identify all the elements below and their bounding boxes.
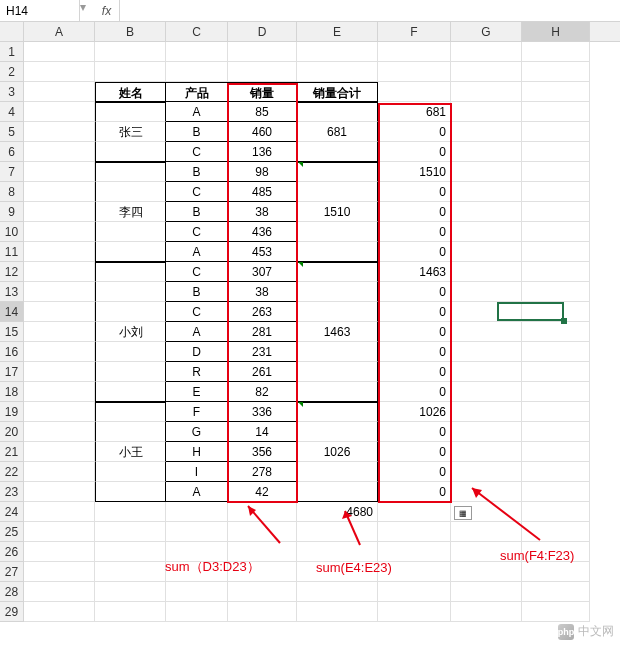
cell[interactable]	[451, 602, 522, 622]
cell-volume[interactable]: 98	[228, 162, 297, 182]
cell-volume[interactable]: 38	[228, 202, 297, 222]
cell-subtotal[interactable]	[297, 102, 378, 122]
cell[interactable]	[24, 462, 95, 482]
cell-header-product[interactable]: 产品	[166, 82, 228, 102]
cell[interactable]	[451, 322, 522, 342]
cell[interactable]	[24, 522, 95, 542]
cell-F[interactable]: 0	[378, 222, 451, 242]
cell[interactable]	[451, 202, 522, 222]
cell[interactable]	[95, 542, 166, 562]
cell-volume[interactable]: 261	[228, 362, 297, 382]
cell-F[interactable]: 0	[378, 442, 451, 462]
cell[interactable]	[95, 582, 166, 602]
cell[interactable]	[228, 582, 297, 602]
cell[interactable]	[451, 122, 522, 142]
cell[interactable]	[522, 102, 590, 122]
row-header[interactable]: 20	[0, 422, 24, 442]
cell[interactable]	[522, 522, 590, 542]
cell[interactable]	[228, 502, 297, 522]
cell-volume[interactable]: 136	[228, 142, 297, 162]
cell-product[interactable]: C	[166, 302, 228, 322]
cell[interactable]	[522, 502, 590, 522]
cell-name[interactable]: 张三	[95, 122, 166, 142]
row-header[interactable]: 28	[0, 582, 24, 602]
cell[interactable]	[522, 62, 590, 82]
row-header[interactable]: 19	[0, 402, 24, 422]
row-header[interactable]: 29	[0, 602, 24, 622]
cell-F[interactable]: 0	[378, 362, 451, 382]
cell-name[interactable]	[95, 362, 166, 382]
row-header[interactable]: 22	[0, 462, 24, 482]
cell[interactable]	[228, 62, 297, 82]
cell[interactable]	[451, 362, 522, 382]
row-header[interactable]: 23	[0, 482, 24, 502]
cell[interactable]	[228, 42, 297, 62]
cell-subtotal[interactable]	[297, 382, 378, 402]
cell[interactable]	[24, 142, 95, 162]
cell-subtotal[interactable]: 1463	[297, 322, 378, 342]
cell[interactable]	[451, 422, 522, 442]
cell-volume[interactable]: 14	[228, 422, 297, 442]
row-header[interactable]: 6	[0, 142, 24, 162]
row-header[interactable]: 25	[0, 522, 24, 542]
cell[interactable]	[297, 602, 378, 622]
fill-handle[interactable]	[561, 318, 567, 324]
col-header-B[interactable]: B	[95, 22, 166, 41]
row-header[interactable]: 9	[0, 202, 24, 222]
cell[interactable]	[24, 422, 95, 442]
select-all-cell[interactable]	[0, 22, 24, 41]
cell-product[interactable]: B	[166, 122, 228, 142]
cell-name[interactable]	[95, 102, 166, 122]
cell[interactable]	[522, 202, 590, 222]
cell-name[interactable]	[95, 262, 166, 282]
cell[interactable]	[522, 562, 590, 582]
cell[interactable]	[522, 42, 590, 62]
cell-volume[interactable]: 485	[228, 182, 297, 202]
cell-volume[interactable]: 336	[228, 402, 297, 422]
cell[interactable]	[95, 562, 166, 582]
cell-F[interactable]: 681	[378, 102, 451, 122]
cell[interactable]	[522, 362, 590, 382]
cell-volume[interactable]: 82	[228, 382, 297, 402]
row-header[interactable]: 1	[0, 42, 24, 62]
cell[interactable]	[522, 462, 590, 482]
cell[interactable]	[378, 62, 451, 82]
cell[interactable]	[24, 442, 95, 462]
row-header[interactable]: 10	[0, 222, 24, 242]
cell-name[interactable]	[95, 222, 166, 242]
cell-subtotal[interactable]	[297, 222, 378, 242]
cell[interactable]	[24, 562, 95, 582]
cell-subtotal[interactable]	[297, 402, 378, 422]
row-header[interactable]: 4	[0, 102, 24, 122]
cell[interactable]	[95, 62, 166, 82]
row-header[interactable]: 27	[0, 562, 24, 582]
cell-product[interactable]: C	[166, 262, 228, 282]
cell-product[interactable]: C	[166, 142, 228, 162]
cell[interactable]	[24, 542, 95, 562]
col-header-G[interactable]: G	[451, 22, 522, 41]
cell-F[interactable]: 1463	[378, 262, 451, 282]
cell[interactable]	[522, 422, 590, 442]
cell-subtotal[interactable]	[297, 162, 378, 182]
cell[interactable]	[24, 482, 95, 502]
cell-header-total[interactable]: 销量合计	[297, 82, 378, 102]
cell-name[interactable]	[95, 162, 166, 182]
cell-subtotal[interactable]	[297, 482, 378, 502]
cell[interactable]	[522, 302, 590, 322]
autofill-options-icon[interactable]: ▦	[454, 506, 472, 520]
cell-F[interactable]: 0	[378, 242, 451, 262]
cell-subtotal[interactable]	[297, 142, 378, 162]
cell[interactable]	[451, 442, 522, 462]
cell[interactable]	[24, 402, 95, 422]
cell-volume[interactable]: 307	[228, 262, 297, 282]
cell[interactable]	[24, 122, 95, 142]
cell-header-name[interactable]: 姓名	[95, 82, 166, 102]
cell[interactable]	[166, 62, 228, 82]
cell-volume[interactable]: 263	[228, 302, 297, 322]
cell[interactable]	[522, 82, 590, 102]
cell[interactable]	[95, 42, 166, 62]
cell[interactable]	[297, 62, 378, 82]
cell[interactable]	[228, 522, 297, 542]
cell[interactable]	[522, 382, 590, 402]
cell-F[interactable]: 0	[378, 382, 451, 402]
